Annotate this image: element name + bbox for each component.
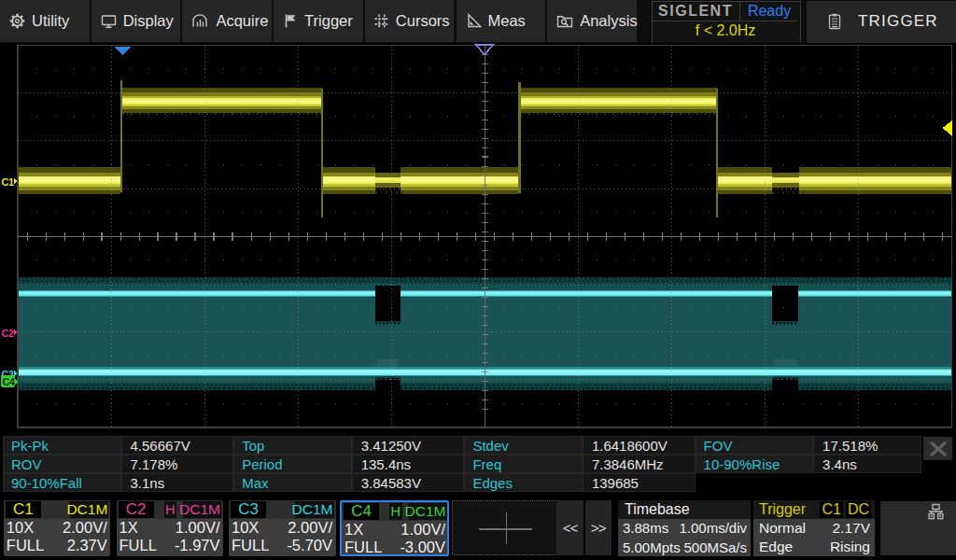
svg-text:C1: C1 — [2, 176, 14, 188]
svg-text:C2: C2 — [2, 328, 14, 339]
svg-text:C4: C4 — [3, 376, 15, 387]
